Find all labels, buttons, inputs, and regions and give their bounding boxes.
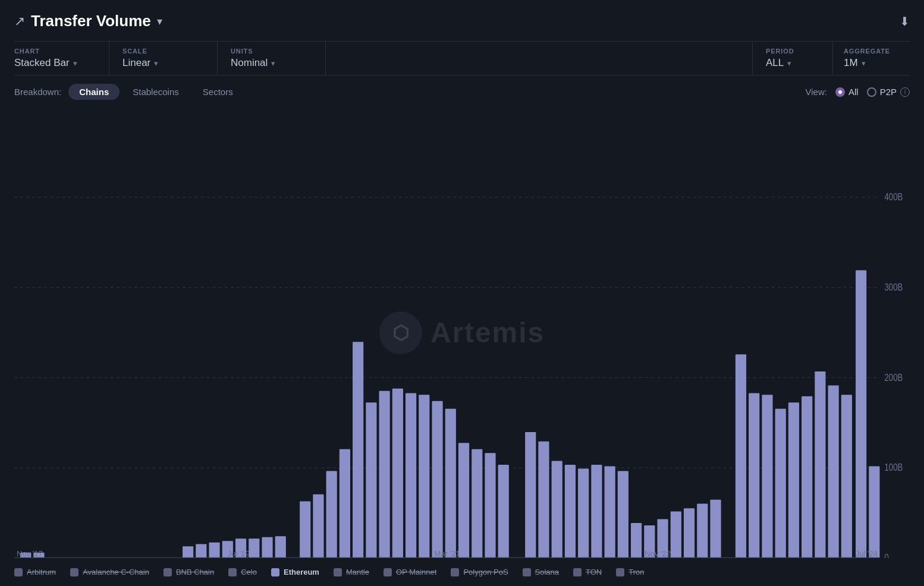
chart-select[interactable]: Stacked Bar ▾ <box>14 57 96 69</box>
breakdown-label: Breakdown: <box>14 87 61 97</box>
svg-rect-39 <box>565 465 576 558</box>
svg-rect-29 <box>419 395 429 558</box>
period-select[interactable]: ALL ▾ <box>766 57 830 69</box>
svg-rect-27 <box>392 389 403 558</box>
legend-swatch-celo <box>228 568 237 576</box>
svg-rect-56 <box>802 396 812 558</box>
aggregate-label: AGGREGATE <box>844 48 910 55</box>
legend-label-tron: Tron <box>628 568 644 576</box>
title-area: ↗ Transfer Volume ▾ <box>14 12 162 30</box>
legend-item-ethereum[interactable]: Ethereum <box>271 568 319 576</box>
period-control: PERIOD ALL ▾ <box>753 42 830 75</box>
legend-label-solana: Solana <box>535 568 559 576</box>
view-p2p-radio[interactable] <box>867 87 876 97</box>
main-container: ↗ Transfer Volume ▾ ⬇ CHART Stacked Bar … <box>0 0 924 586</box>
scale-label: SCALE <box>122 48 204 55</box>
legend-label-avalanche: Avalanche C-Chain <box>83 568 149 576</box>
svg-rect-26 <box>379 391 390 558</box>
svg-rect-24 <box>353 342 363 558</box>
legend-label-arbitrum: Arbitrum <box>27 568 56 576</box>
svg-rect-35 <box>498 465 509 558</box>
x-label-3: Nov '22 <box>645 549 671 558</box>
breakdown-tabs: Chains Stablecoins Sectors <box>68 84 243 100</box>
legend-swatch-mantle <box>334 568 342 576</box>
view-label: View: <box>806 87 827 97</box>
x-label-2: Mar '21 <box>435 549 460 558</box>
legend-item-tron[interactable]: Tron <box>616 568 644 576</box>
legend-label-ethereum: Ethereum <box>284 568 319 576</box>
legend-swatch-polygon <box>451 568 459 576</box>
svg-rect-30 <box>432 401 442 558</box>
svg-rect-51 <box>736 354 746 558</box>
scale-select[interactable]: Linear ▾ <box>122 57 204 69</box>
svg-rect-53 <box>762 395 772 558</box>
svg-rect-23 <box>340 449 350 558</box>
view-area: View: All P2P i <box>806 87 910 97</box>
svg-rect-42 <box>605 467 615 558</box>
svg-rect-33 <box>472 449 482 558</box>
svg-text:300B: 300B <box>885 281 903 292</box>
tab-sectors[interactable]: Sectors <box>192 84 244 100</box>
svg-rect-58 <box>828 385 839 558</box>
units-caret-icon: ▾ <box>271 59 275 68</box>
legend-label-ton: TON <box>586 568 602 576</box>
svg-rect-41 <box>591 465 602 558</box>
right-controls: PERIOD ALL ▾ AGGREGATE 1M ▾ <box>752 42 910 75</box>
svg-rect-61 <box>869 467 879 558</box>
legend-item-avalanche[interactable]: Avalanche C-Chain <box>70 568 149 576</box>
svg-rect-43 <box>618 471 628 558</box>
legend-label-polygon: Polygon PoS <box>463 568 508 576</box>
download-button[interactable]: ⬇ <box>900 14 910 29</box>
view-all-label: All <box>848 87 859 97</box>
tab-stablecoins[interactable]: Stablecoins <box>122 84 190 100</box>
legend-item-arbitrum[interactable]: Arbitrum <box>14 568 56 576</box>
svg-text:0: 0 <box>885 552 889 558</box>
chart-container: 0 100B 200B 300B 400B <box>14 107 910 558</box>
period-label: PERIOD <box>766 48 830 55</box>
svg-rect-57 <box>815 371 825 558</box>
aggregate-select[interactable]: 1M ▾ <box>844 57 910 69</box>
legend-swatch-ethereum <box>271 568 279 576</box>
svg-rect-37 <box>538 442 549 558</box>
view-p2p-option[interactable]: P2P i <box>867 87 910 97</box>
svg-rect-21 <box>313 494 323 558</box>
legend-label-mantle: Mantle <box>346 568 369 576</box>
svg-rect-38 <box>552 461 562 558</box>
control-bar: CHART Stacked Bar ▾ SCALE Linear ▾ UNITS… <box>14 41 910 75</box>
svg-rect-25 <box>366 402 376 558</box>
svg-rect-54 <box>775 409 786 558</box>
view-p2p-label: P2P <box>880 87 897 97</box>
legend-swatch-solana <box>523 568 531 576</box>
svg-rect-52 <box>749 393 759 558</box>
aggregate-control: AGGREGATE 1M ▾ <box>832 42 910 75</box>
svg-rect-40 <box>578 469 589 558</box>
svg-text:400B: 400B <box>885 191 903 202</box>
legend-item-polygon[interactable]: Polygon PoS <box>451 568 508 576</box>
svg-rect-22 <box>326 471 337 558</box>
title-chevron-icon[interactable]: ▾ <box>157 15 162 28</box>
chart-caret-icon: ▾ <box>73 59 77 68</box>
chart-svg: 0 100B 200B 300B 400B <box>14 107 910 558</box>
view-all-option[interactable]: All <box>835 87 859 97</box>
legend-item-solana[interactable]: Solana <box>523 568 559 576</box>
p2p-info-icon[interactable]: i <box>900 87 910 97</box>
svg-text:100B: 100B <box>885 462 903 473</box>
legend-item-ton[interactable]: TON <box>573 568 602 576</box>
units-label: UNITS <box>231 48 312 55</box>
svg-rect-31 <box>445 409 456 558</box>
legend-item-op[interactable]: OP Mainnet <box>384 568 436 576</box>
legend-item-mantle[interactable]: Mantle <box>334 568 369 576</box>
view-all-radio[interactable] <box>835 87 845 97</box>
units-select[interactable]: Nominal ▾ <box>231 57 312 69</box>
tab-chains[interactable]: Chains <box>68 84 120 100</box>
period-caret-icon: ▾ <box>787 59 791 68</box>
svg-rect-34 <box>485 453 495 558</box>
legend-label-op: OP Mainnet <box>396 568 436 576</box>
legend-item-celo[interactable]: Celo <box>228 568 257 576</box>
header-row: ↗ Transfer Volume ▾ ⬇ <box>14 12 910 30</box>
legend-swatch-arbitrum <box>14 568 23 576</box>
legend-swatch-ton <box>573 568 582 576</box>
chart-label: CHART <box>14 48 96 55</box>
legend-swatch-tron <box>616 568 624 576</box>
legend-item-bnb[interactable]: BNB Chain <box>164 568 214 576</box>
